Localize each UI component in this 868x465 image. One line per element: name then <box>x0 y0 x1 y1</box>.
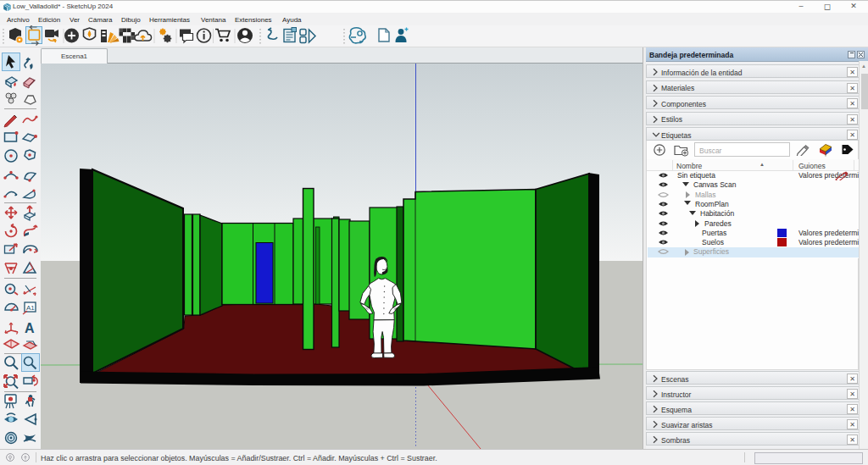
svg-text:A1: A1 <box>26 304 35 312</box>
svg-text:A: A <box>25 321 35 335</box>
